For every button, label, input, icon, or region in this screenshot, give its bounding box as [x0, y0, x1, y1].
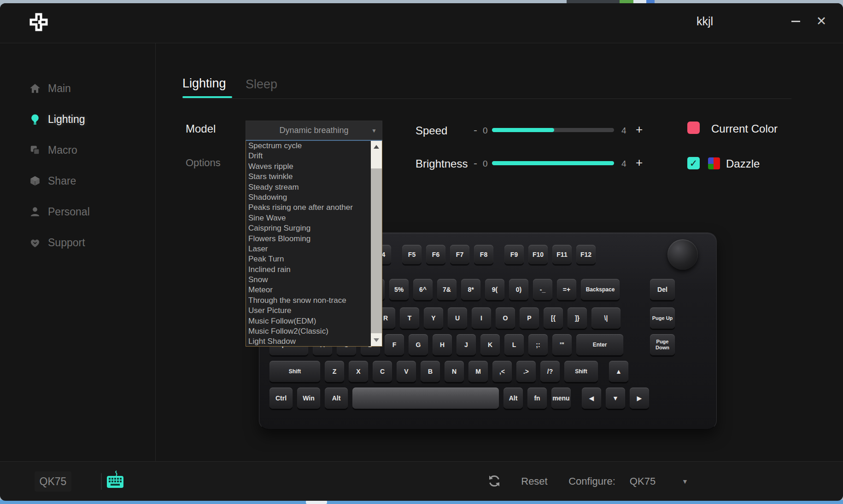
person-icon [29, 206, 41, 218]
tab-lighting[interactable]: Lighting [182, 76, 226, 91]
dropdown-option[interactable]: Music Follow(EDM) [246, 316, 371, 326]
keyboard-key: Backspace [581, 279, 620, 300]
chevron-down-icon[interactable]: ▼ [682, 478, 688, 485]
keyboard-key: T [400, 307, 419, 329]
current-color-label: Current Color [711, 122, 778, 135]
app-logo-icon [28, 11, 50, 33]
keyboard-key: ▼ [606, 388, 625, 409]
dropdown-option[interactable]: Inclined rain [246, 265, 371, 275]
keyboard-key: G [409, 334, 428, 355]
close-button[interactable]: ✕ [812, 12, 831, 30]
keyboard-key: F5 [402, 245, 422, 264]
refresh-icon[interactable] [487, 474, 502, 489]
keyboard-key: Puge Up [650, 307, 675, 329]
keyboard-key: L [504, 334, 524, 355]
speed-min-value: 0 [483, 126, 488, 136]
keyboard-device-icon[interactable] [105, 470, 125, 492]
check-icon: ✓ [690, 158, 698, 169]
dropdown-option[interactable]: Flowers Blooming [246, 234, 371, 244]
sidebar-item-lighting[interactable]: Lighting [0, 108, 155, 131]
footer-divider [101, 473, 102, 490]
dropdown-option[interactable]: Peak Turn [246, 254, 371, 264]
sidebar-item-label: Personal [48, 206, 90, 218]
brightness-minus-button[interactable]: - [474, 156, 477, 169]
dropdown-option[interactable]: Peaks rising one after another [246, 203, 371, 213]
keyboard-key: 9( [485, 279, 504, 300]
dropdown-option[interactable]: Stars twinkle [246, 172, 371, 182]
sidebar-item-macro[interactable]: Macro [0, 139, 155, 162]
sidebar-item-share[interactable]: Share [0, 169, 155, 192]
dropdown-option[interactable]: Through the snow non-trace [246, 295, 371, 306]
keyboard-key: ,< [492, 361, 512, 382]
dropdown-option[interactable]: Light Shadow [246, 336, 371, 346]
scrollbar-thumb[interactable] [371, 168, 382, 333]
dropdown-option[interactable]: Sine Wave [246, 213, 371, 223]
current-color-swatch[interactable] [687, 122, 700, 134]
dropdown-option[interactable]: Caispring Surging [246, 223, 371, 233]
dropdown-option[interactable]: Meteor [246, 285, 371, 295]
device-tab[interactable]: QK75 [35, 471, 71, 492]
keyboard-key: B [421, 361, 440, 382]
home-icon [29, 82, 41, 95]
dazzle-red-swatch [714, 157, 720, 169]
dazzle-color-icon[interactable] [708, 157, 720, 169]
dropdown-option[interactable]: Music Follow2(Classic) [246, 326, 371, 336]
dropdown-option[interactable]: Spectrum cycle [246, 141, 371, 151]
keyboard-key: F7 [450, 245, 469, 264]
brightness-slider-fill [492, 161, 614, 165]
dazzle-checkbox[interactable]: ✓ [687, 157, 700, 169]
sidebar-divider [155, 43, 156, 461]
dropdown-option[interactable]: Waves ripple [246, 162, 371, 172]
keyboard-key: Ctrl [269, 388, 293, 409]
volume-knob [667, 239, 698, 270]
speed-slider-fill [492, 128, 554, 132]
speed-plus-button[interactable]: + [636, 122, 643, 137]
keyboard-key: ▲ [609, 361, 628, 382]
dropdown-option[interactable]: Snow [246, 275, 371, 285]
brightness-plus-button[interactable]: + [636, 156, 643, 170]
dropdown-option[interactable]: Laser [246, 244, 371, 254]
speed-minus-button[interactable]: - [474, 123, 477, 136]
keyboard-key: =+ [557, 279, 576, 300]
keyboard-key: F11 [552, 245, 572, 264]
active-tab-underline [182, 96, 232, 98]
dropdown-option[interactable]: Steady stream [246, 182, 371, 192]
keyboard-key: M [468, 361, 488, 382]
brightness-slider[interactable] [492, 161, 614, 165]
sidebar-item-personal[interactable]: Personal [0, 200, 155, 223]
dropdown-option[interactable]: Shadowing [246, 192, 371, 203]
taskbar-item [306, 500, 327, 504]
keyboard-key: F10 [528, 245, 548, 264]
dropdown-scrollbar[interactable] [371, 141, 382, 346]
keyboard-key: -_ [533, 279, 552, 300]
model-dropdown[interactable]: Dynamic breathing ▼ [246, 121, 382, 140]
dropdown-option[interactable]: Drift [246, 151, 371, 161]
cube-icon [29, 175, 41, 187]
sidebar-item-main[interactable]: Main [0, 77, 155, 100]
minimize-icon [791, 21, 800, 22]
scroll-up-button[interactable] [371, 141, 382, 153]
keyboard-key: 6^ [413, 279, 433, 300]
dropdown-option[interactable]: User Picture [246, 306, 371, 316]
keyboard-key: F [385, 334, 404, 355]
model-label: Model [186, 122, 216, 135]
heart-icon [29, 237, 41, 249]
keyboard-key: K [480, 334, 500, 355]
keyboard-key: Alt [503, 388, 523, 409]
keyboard-key: 8* [461, 279, 480, 300]
speed-slider[interactable] [492, 128, 614, 132]
keyboard-key: .> [516, 361, 536, 382]
keyboard-key: Y [424, 307, 443, 329]
keyboard-key: F9 [504, 245, 524, 264]
keyboard-key: [{ [544, 307, 563, 329]
arrow-down-icon [374, 338, 379, 342]
keyboard-key: '" [552, 334, 572, 355]
tab-sleep[interactable]: Sleep [246, 77, 277, 92]
reset-button[interactable]: Reset [516, 475, 553, 487]
scroll-down-button[interactable] [371, 334, 382, 346]
brightness-max-value: 4 [621, 159, 626, 169]
sidebar-item-support[interactable]: Support [0, 231, 155, 254]
device-select[interactable]: QK75 [624, 475, 661, 487]
dazzle-green-swatch [708, 164, 714, 169]
minimize-button[interactable] [786, 12, 805, 30]
